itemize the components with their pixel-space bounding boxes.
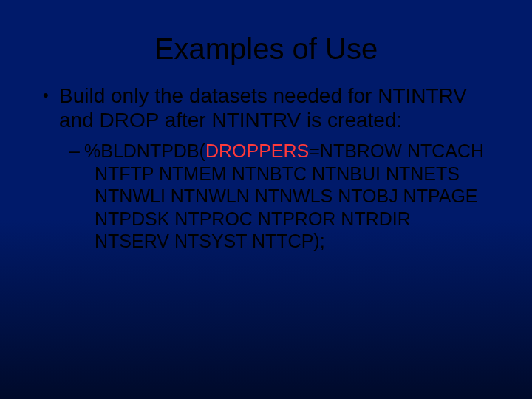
bullet-dash-icon: – bbox=[69, 140, 84, 163]
slide-body: • Build only the datasets needed for NTI… bbox=[0, 83, 532, 253]
bullet-level2: – %BLDNTPDB(DROPPERS=NTBROW NTCACH NTFTP… bbox=[69, 140, 489, 253]
code-prefix: %BLDNTPDB( bbox=[84, 140, 205, 161]
bullet-level1: • Build only the datasets needed for NTI… bbox=[43, 83, 489, 132]
code-highlight: DROPPERS bbox=[205, 140, 309, 161]
bullet-dot-icon: • bbox=[43, 83, 59, 107]
sub-bullet-text: %BLDNTPDB(DROPPERS=NTBROW NTCACH NTFTP N… bbox=[84, 140, 489, 253]
slide: Examples of Use • Build only the dataset… bbox=[0, 0, 532, 399]
slide-title: Examples of Use bbox=[0, 0, 532, 83]
bullet-text: Build only the datasets needed for NTINT… bbox=[59, 83, 489, 132]
